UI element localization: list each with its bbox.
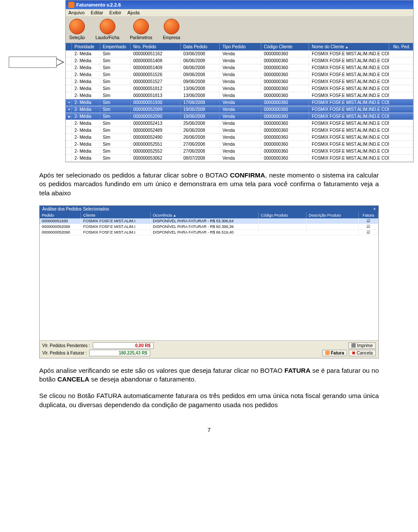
paragraph-2: Após analise verificando se este são os … [39,366,379,384]
col-prioridade[interactable]: Prioridade [72,43,100,50]
table-row[interactable]: 2- MédiaSim00000005255127/06/2008Venda00… [66,141,413,148]
table-row[interactable]: ▸2- MédiaSim00000005209019/06/2008Venda0… [66,113,413,120]
print-icon [351,343,356,348]
col-codigo-cliente[interactable]: Código Cliente [261,43,309,50]
toolbar: Seleção Laudo/Ficha Parâmetros Empresa [66,16,413,43]
imprime-button[interactable]: Imprime [348,342,376,349]
table-row[interactable]: 2- MédiaSim00000005116203/06/2008Venda00… [66,50,413,57]
cancel-icon: ✖ [352,351,355,355]
col-nro-pedido[interactable]: Nro. Pedido [131,43,181,50]
fatura-button[interactable]: Fatura [322,350,347,356]
fatura-icon [325,351,330,355]
menu-exibir[interactable]: Exibir [109,10,121,15]
toolbar-empresa[interactable]: Empresa [163,19,180,40]
fat-value: 180.225,43 R$ [89,350,150,356]
list-item[interactable]: 0000000052090FOSMIX FOSF.E MIST.ALIM.IDI… [40,230,378,235]
col-empenhado[interactable]: Empenhado [100,43,131,50]
table-row[interactable]: 2- MédiaSim00000005306208/07/2008Venda00… [66,155,413,162]
analysis-panel: Análise dos Pedidos Selecionados × Pedid… [39,205,379,358]
menu-ajuda[interactable]: Ajuda [128,10,140,15]
list-item[interactable]: 0000000052089FOSMIX FOSF.E MIST.ALIM.IDI… [40,224,378,230]
panel2-footer: Vlr. Pedidos Pendentes : 0,00 R$ Vlr. Pe… [40,340,378,358]
paragraph-3: Se clicou no Botão FATURA automaticament… [39,391,379,409]
page-number: 7 [0,427,418,433]
table-row[interactable]: 2- MédiaSim00000005140906/06/2008Venda00… [66,64,413,71]
empresa-icon [164,19,179,34]
close-icon[interactable]: × [373,207,376,211]
toolbar-parametros[interactable]: Parâmetros [130,19,152,40]
app-icon [68,2,74,8]
panel2-header: Pedido Cliente Ocorrência Código Produto… [40,212,378,218]
menu-editar[interactable]: Editar [91,10,103,15]
table-row[interactable]: 2- MédiaSim00000005181313/06/2008Venda00… [66,92,413,99]
pcol-ocorrencia[interactable]: Ocorrência [151,212,259,218]
titlebar: Faturamento v.2.2.6 [66,0,413,9]
panel2-body[interactable]: 000000051930FOSMIX FOSF.E MIST.ALIM.IDIS… [40,218,378,340]
pcol-desc-produto[interactable]: Descrição Produto [307,212,359,218]
table-row[interactable]: •2- MédiaSim00000005193017/06/2008Venda0… [66,99,413,106]
menubar: Arquivo Editar Exibir Ajuda [66,9,413,16]
col-nome-cliente[interactable]: Nome do Cliente [309,43,389,50]
paragraph-1: Após ter selecionado os pedidos a fatura… [39,171,379,197]
toolbar-laudo[interactable]: Laudo/Ficha [95,19,119,40]
selecao-icon [69,19,85,34]
pend-value: 0,00 R$ [93,342,154,349]
laudo-icon [100,19,115,34]
fat-label: Vlr. Pedidos à Faturar : [42,351,87,355]
table-row[interactable]: 2- MédiaSim00000005248926/06/2008Venda00… [66,127,413,134]
parametros-icon [133,19,149,34]
pcol-cod-produto[interactable]: Código Produto [259,212,307,218]
table-row[interactable]: 2- MédiaSim00000005152709/06/2008Venda00… [66,78,413,85]
col-tipo-pedido[interactable]: Tipo Pedido [220,43,261,50]
window-title: Faturamento v.2.2.6 [76,2,121,7]
table-row[interactable]: 2- MédiaSim00000005181213/06/2008Venda00… [66,85,413,92]
table-row[interactable]: 2- MédiaSim00000005152609/06/2008Venda00… [66,71,413,78]
col-data-pedido[interactable]: Data Pedido [181,43,220,50]
pcol-fatura[interactable]: Fatura [359,212,378,218]
cancela-button[interactable]: ✖ Cancela [349,350,376,356]
table-row[interactable]: 2- MédiaSim00000005140806/06/2008Venda00… [66,57,413,64]
app-window: Faturamento v.2.2.6 Arquivo Editar Exibi… [65,0,414,162]
table-row[interactable]: 2- MédiaSim00000005241325/06/2008Venda00… [66,120,413,127]
grid-body[interactable]: 2- MédiaSim00000005116203/06/2008Venda00… [66,50,413,162]
pend-label: Vlr. Pedidos Pendentes : [42,343,90,348]
pcol-pedido[interactable]: Pedido [40,212,81,218]
col-no-ped[interactable]: No. Ped. [389,43,413,50]
table-row[interactable]: •2- MédiaSim00000005208919/06/2008Venda0… [66,106,413,113]
table-row[interactable]: 2- MédiaSim00000005255227/06/2008Venda00… [66,148,413,155]
toolbar-selecao[interactable]: Seleção [69,19,85,40]
menu-arquivo[interactable]: Arquivo [68,10,84,15]
table-row[interactable]: 2- MédiaSim00000005249026/06/2008Venda00… [66,134,413,141]
grid-header: Prioridade Empenhado Nro. Pedido Data Pe… [66,43,413,50]
pcol-cliente[interactable]: Cliente [81,212,151,218]
panel-title: Análise dos Pedidos Selecionados [42,207,109,211]
list-item[interactable]: 000000051930FOSMIX FOSF.E MIST.ALIM.IDIS… [40,218,378,224]
